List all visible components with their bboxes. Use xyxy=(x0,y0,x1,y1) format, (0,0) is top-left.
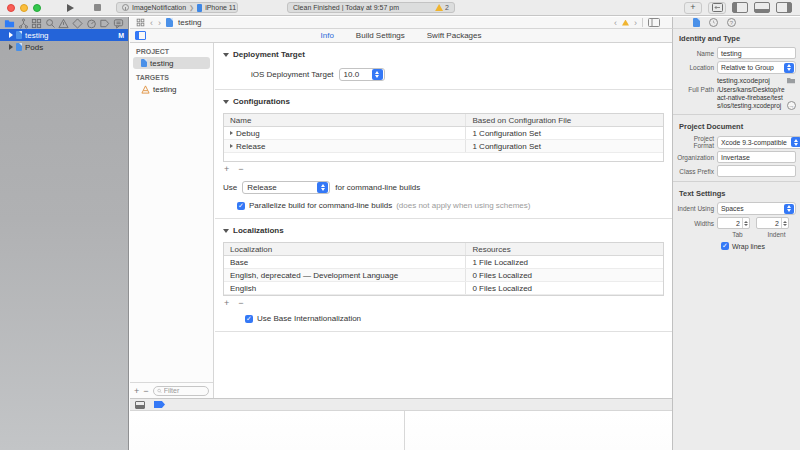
toggle-targets-list-icon[interactable] xyxy=(135,31,146,40)
find-navigator-icon[interactable] xyxy=(45,18,56,29)
name-field[interactable]: testing xyxy=(717,47,796,59)
table-row[interactable]: Debug 1 Configuration Set xyxy=(224,127,663,140)
inspector-separator xyxy=(673,114,800,115)
library-button[interactable]: + xyxy=(684,2,702,14)
navigator-item-testing[interactable]: testing M xyxy=(0,29,128,41)
command-line-builds-label: for command-line builds xyxy=(335,183,420,192)
navigator-item-pods[interactable]: Pods xyxy=(0,41,128,53)
next-issue-icon[interactable]: › xyxy=(634,19,637,27)
ios-deployment-target-popup[interactable]: 10.0 xyxy=(339,68,385,81)
previous-issue-icon[interactable]: ‹ xyxy=(614,19,617,27)
tab-build-settings[interactable]: Build Settings xyxy=(356,31,405,40)
add-target-button[interactable]: + xyxy=(134,387,139,395)
project-navigator-icon[interactable] xyxy=(4,18,15,29)
widths-label: Widths xyxy=(673,220,717,227)
debug-navigator-icon[interactable] xyxy=(86,18,97,29)
activity-status-bar[interactable]: Clean Finished | Today at 9:57 pm 2 xyxy=(287,2,455,13)
table-row[interactable]: Base 1 File Localized xyxy=(224,256,663,269)
table-row[interactable]: English, deprecated — Development Langua… xyxy=(224,269,663,282)
related-items-icon[interactable] xyxy=(136,18,145,27)
tab-info[interactable]: Info xyxy=(321,31,334,40)
tab-width-stepper[interactable]: 2 xyxy=(717,217,750,229)
table-row[interactable]: Release 1 Configuration Set xyxy=(224,140,663,153)
source-control-navigator-icon[interactable] xyxy=(18,18,29,29)
location-popup[interactable]: Relative to Group xyxy=(717,61,796,74)
close-window-button[interactable] xyxy=(7,4,15,12)
symbol-navigator-icon[interactable] xyxy=(31,18,42,29)
remove-target-button[interactable]: − xyxy=(143,387,148,395)
disclosure-triangle-icon[interactable] xyxy=(230,131,233,135)
warning-indicator[interactable]: 2 xyxy=(435,4,449,11)
section-localizations[interactable]: Localizations xyxy=(215,219,672,237)
project-document-header: Project Document xyxy=(673,117,800,133)
target-item-testing[interactable]: testing xyxy=(133,83,210,95)
add-localization-button[interactable]: + xyxy=(224,299,229,307)
command-line-configuration-popup[interactable]: Release xyxy=(242,181,330,194)
indent-using-popup[interactable]: Spaces xyxy=(717,202,796,215)
section-collapse-icon[interactable] xyxy=(223,229,229,233)
stop-button[interactable] xyxy=(94,4,101,11)
section-collapse-icon[interactable] xyxy=(223,100,229,104)
column-header-name: Name xyxy=(224,114,465,126)
remove-configuration-button[interactable]: − xyxy=(238,165,243,173)
section-collapse-icon[interactable] xyxy=(223,53,229,57)
table-row[interactable]: English 0 Files Localized xyxy=(224,282,663,295)
filter-input[interactable] xyxy=(164,387,205,394)
stepper-chevrons-icon[interactable] xyxy=(742,218,749,228)
class-prefix-field[interactable] xyxy=(717,165,796,177)
test-navigator-icon[interactable] xyxy=(72,18,83,29)
parallelize-checkbox[interactable]: ✓ xyxy=(237,202,245,210)
go-back-icon[interactable]: ‹ xyxy=(150,19,153,27)
text-settings-header: Text Settings xyxy=(673,184,800,200)
parallelize-note: (does not apply when using schemes) xyxy=(396,201,530,210)
disclosure-triangle-icon[interactable] xyxy=(230,144,233,148)
zoom-window-button[interactable] xyxy=(33,4,41,12)
toggle-navigator-button[interactable] xyxy=(732,2,748,13)
section-deployment-target[interactable]: Deployment Target xyxy=(215,43,672,61)
organization-field[interactable]: Invertase xyxy=(717,151,796,163)
add-configuration-button[interactable]: + xyxy=(224,165,229,173)
issue-warning-icon[interactable] xyxy=(622,20,629,26)
reveal-in-finder-folder-icon[interactable] xyxy=(786,76,796,84)
project-navigator: testing M Pods xyxy=(0,29,129,450)
toggle-inspector-button[interactable] xyxy=(776,2,792,13)
report-navigator-icon[interactable] xyxy=(113,18,124,29)
wrap-lines-checkbox[interactable]: ✓ xyxy=(721,242,729,250)
stepper-chevrons-icon[interactable] xyxy=(781,218,788,228)
editor-tab-bar: Info Build Settings Swift Packages xyxy=(130,29,672,43)
minimize-window-button[interactable] xyxy=(20,4,28,12)
scheme-selector[interactable]: ImageNotification ❯ iPhone 11 xyxy=(116,2,238,13)
open-path-arrow-icon[interactable]: → xyxy=(787,101,796,110)
container-file-name: testing.xcodeproj xyxy=(717,77,786,84)
search-icon xyxy=(157,388,162,394)
section-separator xyxy=(215,331,672,332)
indent-width-stepper[interactable]: 2 xyxy=(756,217,789,229)
navigator-item-label: testing xyxy=(25,31,49,40)
tab-swift-packages[interactable]: Swift Packages xyxy=(427,31,482,40)
breakpoint-navigator-icon[interactable] xyxy=(99,18,110,29)
navigator-bar xyxy=(0,17,129,29)
jump-bar-file-name[interactable]: testing xyxy=(178,18,202,27)
section-configurations[interactable]: Configurations xyxy=(215,90,672,108)
project-item-testing[interactable]: testing xyxy=(133,57,210,69)
issue-navigator-icon[interactable] xyxy=(58,18,69,29)
run-button[interactable] xyxy=(67,4,74,12)
history-inspector-icon[interactable] xyxy=(709,18,718,27)
file-inspector-icon[interactable] xyxy=(693,18,700,27)
editor-options-button[interactable] xyxy=(708,2,726,14)
scheme-separator: ❯ xyxy=(189,4,194,11)
debug-area-divider[interactable] xyxy=(404,411,405,450)
table-empty-space xyxy=(224,153,663,161)
base-internationalization-checkbox[interactable]: ✓ xyxy=(245,315,253,323)
disclosure-triangle-icon[interactable] xyxy=(9,44,13,50)
toggle-debug-area-button[interactable] xyxy=(754,2,770,13)
filter-field[interactable] xyxy=(153,386,209,396)
quick-help-inspector-icon[interactable]: ? xyxy=(727,18,736,27)
project-format-popup[interactable]: Xcode 9.3-compatible xyxy=(717,136,800,149)
breakpoints-toggle-icon[interactable] xyxy=(154,401,165,408)
disclosure-triangle-icon[interactable] xyxy=(9,32,13,38)
editor-layout-icon[interactable] xyxy=(648,18,660,27)
go-forward-icon[interactable]: › xyxy=(158,19,161,27)
hide-debug-area-icon[interactable] xyxy=(135,401,145,409)
remove-localization-button[interactable]: − xyxy=(238,299,243,307)
